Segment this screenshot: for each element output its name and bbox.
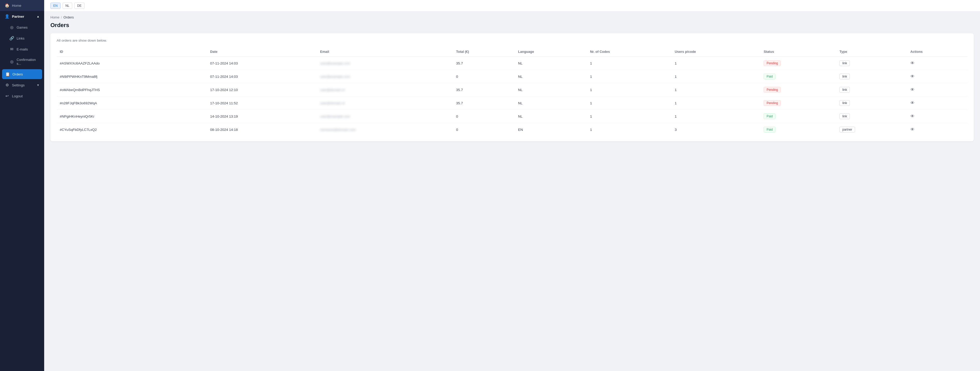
cell-type: link [836,83,907,96]
cell-users-pcode: 1 [671,83,760,96]
partner-chevron: ▲ [37,15,40,18]
card-subtitle: All orders are show down below. [57,38,967,42]
status-badge: Paid [764,74,776,79]
cell-date: 17-10-2024 12:10 [207,83,317,96]
cell-type: link [836,96,907,110]
view-icon[interactable]: 👁 [910,101,915,105]
col-date: Date [207,47,317,56]
cell-total: 35.7 [453,83,515,96]
sidebar-item-emails[interactable]: ✉ E-mails [0,44,44,54]
col-users-pcode: Users p/code [671,47,760,56]
sidebar-item-settings[interactable]: ⚙ Settings ▼ [0,80,44,91]
emails-icon: ✉ [10,47,14,51]
sidebar-item-games[interactable]: ◎ Games [0,22,44,33]
table-row: #ASWXXc6AAZFZLAAdo 07-11-2024 14:03 user… [57,56,967,70]
type-badge: link [840,114,850,119]
cell-nr-codes: 1 [587,83,671,96]
confirmation-icon: ◎ [10,59,14,64]
sidebar-item-orders-label: Orders [13,72,23,76]
topbar: EN NL DE [44,0,980,12]
cell-nr-codes: 1 [587,70,671,83]
status-badge: Pending [764,100,781,106]
cell-language: NL [515,96,587,110]
cell-type: link [836,70,907,83]
type-badge: link [840,60,850,66]
cell-language: NL [515,110,587,123]
view-icon[interactable]: 👁 [910,87,915,92]
cell-actions[interactable]: 👁 [907,56,967,70]
cell-date: 07-11-2024 14:03 [207,70,317,83]
orders-table: ID Date Email Total (€) Language Nr. of … [57,47,967,136]
col-nr-codes: Nr. of Codes [587,47,671,56]
status-badge: Paid [764,114,776,119]
cell-date: 08-10-2024 14:18 [207,123,317,136]
breadcrumb-separator: / [61,15,62,19]
table-row: #N9iPPWHKnT9Mma8fj 07-11-2024 14:03 user… [57,70,967,83]
view-icon[interactable]: 👁 [910,61,915,65]
cell-id: #oMAbeQmBdPFhqJTHS [57,83,207,96]
sidebar-item-games-label: Games [17,26,27,29]
status-badge: Pending [764,60,781,66]
sidebar-item-logout[interactable]: ↩ Logout [0,91,44,101]
sidebar-item-links[interactable]: 🔗 Links [0,33,44,44]
cell-language: NL [515,83,587,96]
links-icon: 🔗 [10,36,14,41]
sidebar-item-confirmation[interactable]: ◎ Confirmation s... [0,54,44,69]
table-row: #CYuSqFbDfyLC7LxQ2 08-10-2024 14:18 some… [57,123,967,136]
cell-date: 17-10-2024 11:52 [207,96,317,110]
sidebar-item-orders[interactable]: 📋 Orders [2,69,42,79]
cell-actions[interactable]: 👁 [907,123,967,136]
cell-actions[interactable]: 👁 [907,83,967,96]
sidebar-item-home-label: Home [12,4,21,8]
cell-type: link [836,56,907,70]
view-icon[interactable]: 👁 [910,74,915,78]
type-badge: link [840,74,850,79]
table-row: #n28FJqFBk3o692WqA 17-10-2024 11:52 user… [57,96,967,110]
cell-users-pcode: 1 [671,110,760,123]
sidebar-item-logout-label: Logout [12,94,22,98]
lang-nl-button[interactable]: NL [63,3,72,9]
sidebar-item-home[interactable]: 🏠 Home [0,0,44,11]
table-row: #NPgiHKnHeyniQr5Kr 14-10-2024 13:19 user… [57,110,967,123]
breadcrumb-current: Orders [64,15,74,19]
orders-card: All orders are show down below. ID Date … [50,33,974,141]
col-language: Language [515,47,587,56]
partner-icon: 👤 [5,14,10,19]
type-badge: link [840,87,850,93]
cell-total: 0 [453,123,515,136]
view-icon[interactable]: 👁 [910,114,915,118]
page-title: Orders [50,22,974,29]
cell-actions[interactable]: 👁 [907,110,967,123]
lang-de-button[interactable]: DE [74,3,84,9]
cell-status: Pending [760,56,836,70]
lang-en-button[interactable]: EN [50,3,60,9]
cell-total: 35.7 [453,56,515,70]
type-badge: partner [840,127,855,133]
breadcrumb: Home / Orders [50,12,974,22]
cell-users-pcode: 3 [671,123,760,136]
cell-email: user@example.com [317,70,453,83]
sidebar-item-partner[interactable]: 👤 Partner ▲ [0,11,44,22]
col-total: Total (€) [453,47,515,56]
cell-actions[interactable]: 👁 [907,70,967,83]
cell-type: partner [836,123,907,136]
cell-nr-codes: 1 [587,96,671,110]
sidebar-item-partner-label: Partner [12,14,24,18]
cell-id: #n28FJqFBk3o692WqA [57,96,207,110]
cell-users-pcode: 1 [671,70,760,83]
cell-language: NL [515,56,587,70]
cell-date: 07-11-2024 14:03 [207,56,317,70]
col-actions: Actions [907,47,967,56]
cell-id: #CYuSqFbDfyLC7LxQ2 [57,123,207,136]
cell-language: EN [515,123,587,136]
breadcrumb-home[interactable]: Home [50,15,59,19]
cell-total: 0 [453,110,515,123]
table-row: #oMAbeQmBdPFhqJTHS 17-10-2024 12:10 user… [57,83,967,96]
cell-total: 0 [453,70,515,83]
sidebar: 🏠 Home 👤 Partner ▲ ◎ Games 🔗 Links ✉ E-m… [0,0,44,371]
content-area: Home / Orders Orders All orders are show… [44,12,980,371]
cell-actions[interactable]: 👁 [907,96,967,110]
cell-nr-codes: 1 [587,110,671,123]
cell-email: user@domain.nl [317,83,453,96]
view-icon[interactable]: 👁 [910,127,915,132]
